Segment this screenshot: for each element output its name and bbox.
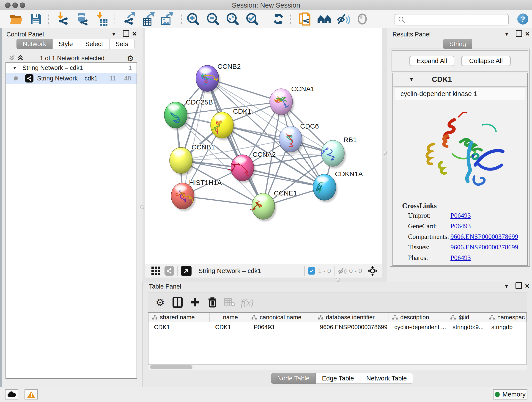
node-label-CCNB2: CCNB2 xyxy=(217,63,241,70)
zoom-selected-icon xyxy=(246,13,259,26)
zoom-selected-button[interactable] xyxy=(245,12,260,26)
left-splitter[interactable] xyxy=(143,28,145,278)
right-splitter-handle[interactable] xyxy=(383,151,387,155)
zoom-out-icon xyxy=(206,13,219,26)
left-splitter-handle[interactable] xyxy=(140,205,144,209)
section-caret-icon[interactable]: ▼ xyxy=(409,77,414,83)
network-edge-CCNB2-CCNE1[interactable] xyxy=(207,78,263,206)
hide-selected-button[interactable] xyxy=(336,12,351,26)
zoom-fit-button[interactable] xyxy=(225,12,240,26)
show-all-button[interactable] xyxy=(355,12,370,26)
crosslink-uniprot-link[interactable]: P06493 xyxy=(450,212,471,219)
zoom-in-button[interactable] xyxy=(186,12,201,26)
network-node-RB1[interactable]: RB1 xyxy=(321,136,357,168)
tab-network[interactable]: Network xyxy=(17,39,52,49)
network-collection-row[interactable]: ▼ String Network – cdk1 1 xyxy=(6,63,137,73)
float-panel-icon[interactable]: ▾ xyxy=(505,283,508,289)
show-columns-icon[interactable] xyxy=(169,294,186,310)
table-cell[interactable]: P06493 xyxy=(248,322,314,332)
collapse-all-button[interactable]: Collapse All xyxy=(461,56,511,66)
save-session-button[interactable] xyxy=(28,12,44,26)
network-node-CDKN1A[interactable]: CDKN1A xyxy=(313,170,363,202)
export-table-button[interactable] xyxy=(141,12,156,26)
protein-section-header[interactable]: ▼ CDK1 xyxy=(393,73,527,87)
memory-button[interactable]: Memory xyxy=(493,389,527,400)
network-node-HIST1H1A[interactable]: HIST1H1A xyxy=(171,179,222,211)
eye-slash-icon xyxy=(337,13,350,25)
panel-gear-icon[interactable]: ⚙ xyxy=(127,54,134,63)
network-share-icon[interactable] xyxy=(165,266,174,276)
refresh-button[interactable] xyxy=(271,12,286,26)
column-header-namespac[interactable]: namespac xyxy=(486,313,526,322)
tab-sets[interactable]: Sets xyxy=(109,39,134,49)
table-cell[interactable]: CDK1 xyxy=(210,322,248,332)
grid-mode-icon[interactable] xyxy=(151,266,160,275)
export-image-button[interactable] xyxy=(160,12,175,26)
import-network-database-button[interactable] xyxy=(74,12,89,26)
network-row[interactable]: String Network – cdk1 11 48 xyxy=(6,73,137,84)
string-network-graph[interactable]: CCNB2CCNA1CDC25BCDK1CDC6RB1CCNB1CCNA2CDK… xyxy=(145,28,382,264)
bottom-splitter-handle[interactable] xyxy=(336,278,340,282)
scrollbar-thumb[interactable] xyxy=(150,365,192,369)
export-table-icon xyxy=(142,12,155,26)
shared-column-icon xyxy=(317,314,323,320)
close-panel-icon[interactable]: ✕ xyxy=(132,31,137,37)
export-network-button[interactable] xyxy=(121,12,136,26)
table-panel: Table Panel ▾ ✕ ⚙ f(x) shared nam xyxy=(145,282,532,387)
expand-all-button[interactable]: Expand All xyxy=(409,56,454,66)
fit-content-crosshair-icon[interactable] xyxy=(367,266,378,276)
column-header-shared-name[interactable]: shared name xyxy=(148,313,210,322)
cloud-button[interactable] xyxy=(5,389,18,400)
float-panel-icon[interactable]: ▾ xyxy=(505,31,508,37)
maximize-panel-icon[interactable] xyxy=(123,30,129,38)
table-settings-gear-icon[interactable]: ⚙ xyxy=(152,294,169,310)
clone-network-button[interactable] xyxy=(298,12,312,26)
hidden-eye-icon[interactable] xyxy=(338,267,347,275)
delete-column-trash-icon[interactable] xyxy=(204,294,221,310)
double-house-button[interactable] xyxy=(317,12,332,26)
maximize-panel-icon[interactable] xyxy=(516,30,522,38)
crosslink-compartments-link[interactable]: 9606.ENSP00000378699 xyxy=(450,233,518,240)
tab-style[interactable]: Style xyxy=(52,39,79,49)
selected-checkbox-icon[interactable] xyxy=(308,267,315,274)
open-session-button[interactable] xyxy=(9,12,24,26)
table-cell[interactable]: CDK1 xyxy=(148,322,210,332)
search-input[interactable] xyxy=(407,15,508,24)
crosslink-tissues-link[interactable]: 9606.ENSP00000378699 xyxy=(450,243,518,251)
column-header--id[interactable]: @id xyxy=(447,313,486,322)
help-button[interactable]: ? xyxy=(517,13,528,25)
warning-button[interactable] xyxy=(25,389,38,400)
column-header-name[interactable]: name xyxy=(210,313,248,322)
import-table-file-button[interactable] xyxy=(94,12,109,26)
column-header-description[interactable]: description xyxy=(389,313,447,322)
cloud-icon xyxy=(7,391,16,397)
crosslink-genecard-link[interactable]: P06493 xyxy=(450,222,471,230)
tab-edge-table[interactable]: Edge Table xyxy=(316,373,360,384)
network-canvas[interactable]: CCNB2CCNA1CDC25BCDK1CDC6RB1CCNB1CCNA2CDK… xyxy=(145,28,382,264)
table-cell[interactable]: cyclin-dependent ... xyxy=(389,322,447,332)
crosslink-pharos-link[interactable]: P06493 xyxy=(450,254,471,262)
network-node-CDK1[interactable]: CDK1 xyxy=(210,108,251,140)
tab-select[interactable]: Select xyxy=(79,39,109,49)
birdseye-view-icon[interactable] xyxy=(181,266,191,276)
close-panel-icon[interactable]: ✕ xyxy=(525,31,530,37)
column-header-canonical-name[interactable]: canonical name xyxy=(248,313,314,322)
add-column-icon[interactable] xyxy=(186,294,204,310)
maximize-panel-icon[interactable] xyxy=(515,282,522,290)
table-cell[interactable]: stringdb xyxy=(486,322,526,332)
search-field[interactable] xyxy=(394,14,509,26)
network-node-CDC6[interactable]: CDC6 xyxy=(279,122,319,154)
tab-node-table[interactable]: Node Table xyxy=(271,373,316,384)
table-horizontal-scrollbar[interactable] xyxy=(148,364,527,370)
table-cell[interactable]: 9606.ENSP00000378699 xyxy=(314,322,389,332)
tab-string[interactable]: String xyxy=(443,39,472,49)
tab-network-table[interactable]: Network Table xyxy=(360,373,413,384)
float-panel-icon[interactable]: ▾ xyxy=(112,31,115,37)
table-cell[interactable]: stringdb:9... xyxy=(447,322,486,332)
close-panel-icon[interactable]: ✕ xyxy=(525,283,530,289)
column-header-database-identifier[interactable]: database identifier xyxy=(314,313,389,322)
import-network-file-button[interactable] xyxy=(55,12,70,26)
node-label-CCNB1: CCNB1 xyxy=(191,143,215,151)
collection-caret-icon[interactable]: ▼ xyxy=(12,65,17,70)
zoom-out-button[interactable] xyxy=(205,12,220,26)
